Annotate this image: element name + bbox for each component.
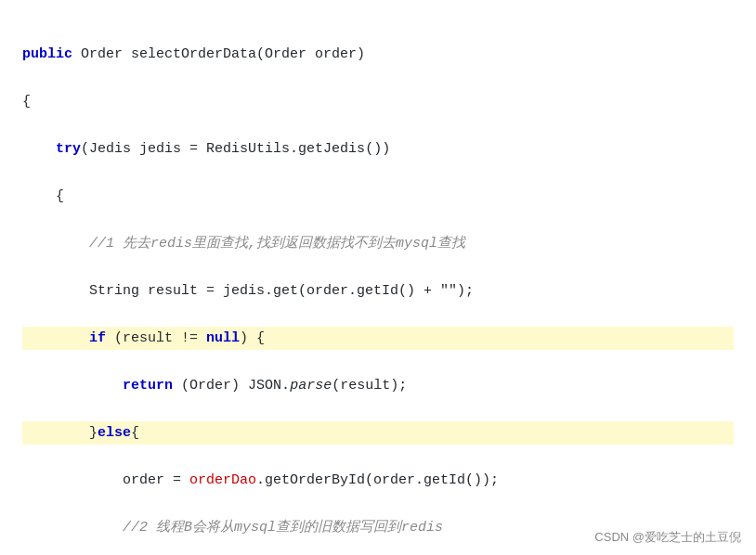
code-line-9: }else{	[22, 421, 734, 445]
code-line-7: if (result != null) {	[22, 327, 734, 351]
code-container: public Order selectOrderData(Order order…	[0, 0, 756, 555]
code-line-6: String result = jedis.get(order.getId() …	[22, 279, 734, 303]
code-line-8: return (Order) JSON.parse(result);	[22, 374, 734, 398]
code-block: public Order selectOrderData(Order order…	[0, 0, 756, 555]
code-line-4: {	[22, 185, 734, 209]
code-line-1: public Order selectOrderData(Order order…	[22, 43, 734, 67]
code-line-2: {	[22, 90, 734, 114]
code-line-3: try(Jedis jedis = RedisUtils.getJedis())	[22, 137, 734, 161]
code-line-10: order = orderDao.getOrderById(order.getI…	[22, 469, 734, 493]
watermark: CSDN @爱吃芝士的土豆倪	[594, 529, 741, 546]
code-line-5: //1 先去redis里面查找,找到返回数据找不到去mysql查找	[22, 232, 734, 256]
